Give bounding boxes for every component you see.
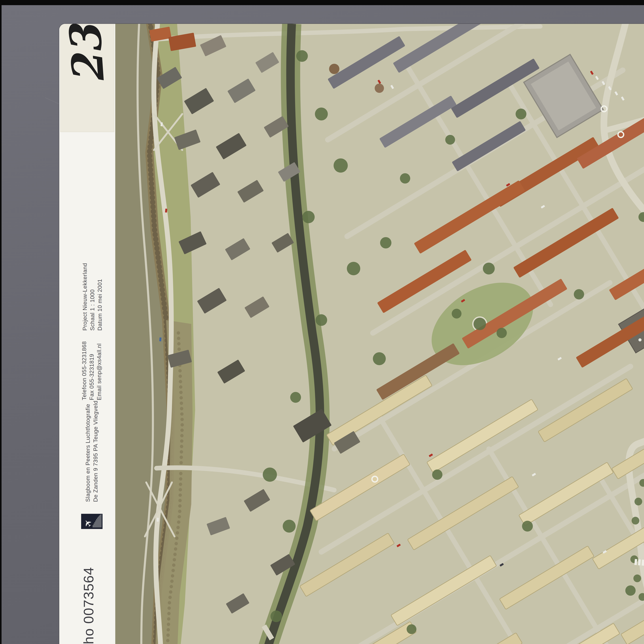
company-telefoon: Telefoon 055-3231868 (81, 341, 88, 400)
tree (474, 318, 486, 330)
company-fax: Fax 055-3231819 (88, 341, 95, 400)
project-schaal: Schaal 1 : 1000 (89, 263, 96, 331)
tree (522, 521, 533, 532)
tree (574, 289, 584, 299)
handwritten-note-paper: 23 (60, 24, 114, 132)
tree (283, 520, 296, 533)
scanned-orthophoto-sheet: ortho 0073564 ✈ (0, 0, 644, 644)
company-block: Slagboom en Peeters Luchtfotografie De Z… (84, 401, 99, 502)
tree (334, 158, 348, 173)
tree (380, 237, 391, 248)
tree (347, 262, 360, 275)
label-strip-rotated-content: ortho 0073564 ✈ (59, 24, 115, 644)
tree (315, 108, 328, 120)
tree (452, 309, 461, 319)
company-email: Email senp@xs4all.nl (95, 341, 103, 400)
tree (316, 314, 327, 326)
company-address: De Zanden 9 7395 PA Teuge Vliegveld (92, 401, 99, 502)
label-strip: ortho 0073564 ✈ (59, 24, 115, 644)
tree (270, 611, 282, 622)
contact-block: Telefoon 055-3231868 Fax 055-3231819 Ema… (81, 341, 103, 400)
sheet-number-handwritten: 23 (61, 24, 115, 86)
project-name: Project Nieuw-Lekkerland (81, 263, 89, 331)
car (157, 518, 159, 522)
tree (432, 469, 442, 480)
project-datum: Datum 10 mei 2001 (96, 263, 104, 331)
car (159, 337, 162, 341)
tree (290, 392, 301, 403)
tree (483, 263, 495, 274)
orthophoto-print: ortho 0073564 ✈ (59, 24, 644, 644)
tree (445, 135, 455, 145)
tree (296, 50, 308, 62)
aerial-photo (115, 24, 644, 644)
project-block: Project Nieuw-Lekkerland Schaal 1 : 1000… (81, 263, 104, 331)
tree (497, 328, 507, 338)
airplane-logo: ✈ (81, 514, 103, 529)
tree (400, 173, 410, 184)
car (160, 122, 163, 126)
tree (375, 84, 384, 93)
tree (329, 64, 339, 74)
tree (625, 585, 636, 596)
tree (407, 624, 416, 634)
tree (373, 352, 386, 365)
car (165, 209, 167, 213)
company-name: Slagboom en Peeters Luchtfotografie (84, 401, 92, 502)
tree (263, 468, 277, 482)
ortho-id-text: ortho 0073564 (81, 567, 97, 644)
tree (516, 109, 526, 119)
tree (302, 211, 315, 223)
